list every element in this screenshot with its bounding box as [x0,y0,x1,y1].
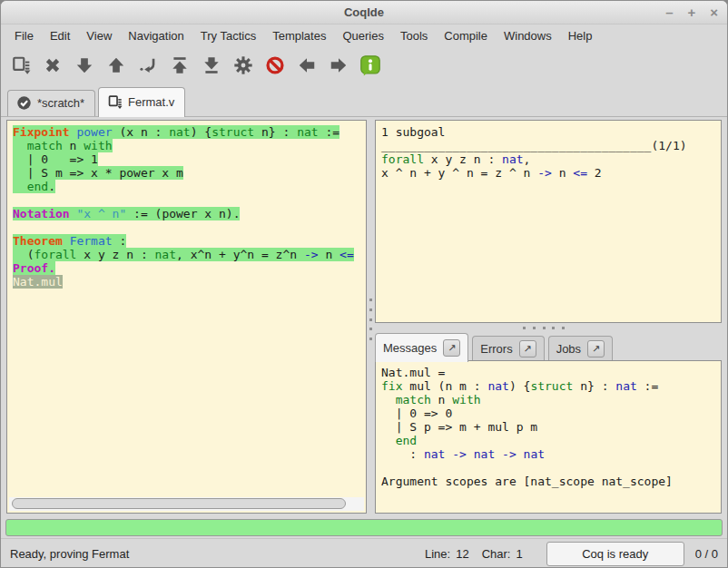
arrow-to-bottom-icon [202,55,221,75]
menu-navigation[interactable]: Navigation [120,25,192,46]
messages-panel[interactable]: Nat.mul =fix mul (n m : nat) {struct n} … [375,360,722,514]
minimize-icon[interactable]: – [665,5,673,19]
maximize-icon[interactable]: + [687,5,695,19]
interrupt-stop-icon [265,55,285,75]
window-controls: – + × [665,1,718,24]
goals-code: 1 subgoal_______________________________… [376,121,721,181]
tab-errors[interactable]: Errors ↗ [472,336,544,361]
menu-try-tactics[interactable]: Try Tactics [192,25,264,46]
arrow-right-icon [329,55,349,75]
save-button[interactable] [8,53,34,78]
script-code: Fixpoint power (x n : nat) {struct n} : … [7,121,366,290]
document-save-icon [107,94,123,110]
message-tab-bar: Messages ↗ Errors ↗ Jobs ↗ [375,332,616,361]
line-label: Line: [425,547,450,561]
close-icon[interactable]: × [710,5,718,19]
arrow-left-icon [297,55,317,75]
tab-label: Jobs [556,342,581,356]
menu-help[interactable]: Help [560,25,601,46]
arrow-down-icon [74,55,94,75]
menu-bar: File Edit View Navigation Try Tactics Te… [1,24,727,47]
char-value: 1 [516,547,522,561]
tab-label: *scratch* [37,96,84,110]
messages-code: Nat.mul =fix mul (n m : nat) {struct n} … [376,361,721,490]
tab-label: Fermat.v [128,95,174,109]
horizontal-splitter-handle[interactable] [523,326,565,329]
tab-fermat[interactable]: Fermat.v [98,87,185,117]
menu-windows[interactable]: Windows [496,25,560,46]
go-to-cursor-button[interactable] [135,53,161,78]
coq-status-indicator: Coq is ready [546,542,684,566]
fully-check-button[interactable] [231,53,256,78]
detach-icon: ↗ [524,343,532,355]
tab-messages[interactable]: Messages ↗ [375,333,468,362]
menu-queries[interactable]: Queries [334,25,392,46]
tab-label: Errors [480,342,512,356]
status-bar: Ready, proving Fermat Line: 12 Char: 1 C… [1,538,727,568]
coqide-window: CoqIde – + × File Edit View Navigation T… [0,0,728,568]
close-buffer-button[interactable] [40,53,65,78]
vertical-splitter-handle[interactable] [368,299,373,340]
tab-scratch[interactable]: *scratch* [7,90,95,116]
next-button[interactable] [326,53,351,78]
about-button[interactable] [358,53,383,78]
goals-panel[interactable]: 1 subgoal_______________________________… [375,120,722,323]
scrollbar-thumb[interactable] [12,498,346,509]
detach-button[interactable]: ↗ [443,339,460,357]
titlebar: CoqIde – + × [1,1,727,24]
menu-view[interactable]: View [78,25,120,46]
main-area: Fixpoint power (x n : nat) {struct n} : … [1,117,727,516]
previous-button[interactable] [294,53,320,78]
menu-file[interactable]: File [6,25,42,46]
char-label: Char: [482,547,511,561]
status-message: Ready, proving Fermat [10,547,129,561]
go-to-start-button[interactable] [167,53,192,78]
info-bubble-icon [359,54,381,76]
arrow-to-top-icon [170,55,190,75]
gear-icon [233,55,253,75]
detach-button[interactable]: ↗ [519,340,536,357]
goal-counter: 0 / 0 [695,547,718,561]
toolbar [1,47,727,83]
line-value: 12 [456,547,468,561]
script-editor[interactable]: Fixpoint power (x n : nat) {struct n} : … [6,120,367,514]
save-icon [11,55,31,75]
arrow-up-icon [106,55,126,75]
menu-edit[interactable]: Edit [42,25,78,46]
backward-step-button[interactable] [103,53,129,78]
detach-button[interactable]: ↗ [587,340,605,357]
detach-icon: ↗ [448,342,456,354]
progress-bar [5,519,723,536]
close-x-icon [43,55,63,75]
window-title: CoqIde [344,5,384,19]
menu-compile[interactable]: Compile [436,25,496,46]
curved-arrow-icon [138,55,158,75]
forward-step-button[interactable] [72,53,97,78]
detach-icon: ↗ [592,343,600,355]
check-circle-icon [16,95,32,111]
buffer-tab-bar: *scratch* Fermat.v [1,83,727,117]
menu-tools[interactable]: Tools [392,25,436,46]
tab-jobs[interactable]: Jobs ↗ [548,336,613,361]
editor-horizontal-scrollbar[interactable] [9,497,364,511]
menu-templates[interactable]: Templates [264,25,334,46]
tab-label: Messages [383,341,437,355]
go-to-end-button[interactable] [199,53,224,78]
interrupt-button[interactable] [262,53,288,78]
